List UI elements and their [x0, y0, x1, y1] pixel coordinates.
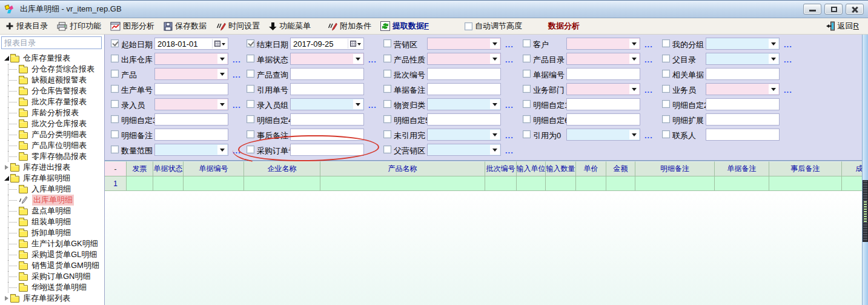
ellipsis-more-link[interactable]: ...: [233, 101, 241, 110]
tree-item[interactable]: 销售退货单GM明细: [0, 260, 104, 271]
filter-checkbox[interactable]: [111, 100, 119, 108]
date-input[interactable]: 2018-01-01: [154, 38, 228, 50]
filter-checkbox[interactable]: [247, 130, 254, 138]
filter-input[interactable]: [427, 83, 501, 95]
filter-checkbox[interactable]: [383, 115, 391, 123]
filter-checkbox[interactable]: [247, 39, 254, 47]
filter-checkbox[interactable]: [662, 115, 670, 123]
table-cell[interactable]: [153, 176, 184, 191]
tree-item[interactable]: 仓库存量报表: [0, 53, 104, 64]
column-header[interactable]: 单据备注: [715, 161, 769, 176]
tree-item[interactable]: 盘点单明细: [0, 206, 104, 216]
filter-checkbox[interactable]: [662, 39, 670, 47]
filter-checkbox[interactable]: [247, 115, 254, 123]
ellipsis-more-link[interactable]: ...: [505, 131, 514, 140]
filter-checkbox[interactable]: [523, 100, 531, 108]
filter-checkbox[interactable]: [111, 85, 119, 93]
filter-checkbox[interactable]: [111, 130, 119, 138]
ellipsis-more-link[interactable]: ...: [505, 55, 514, 64]
filter-checkbox[interactable]: [383, 146, 391, 153]
tree-item[interactable]: 批次库存量报表: [0, 96, 104, 107]
tree-item[interactable]: 库存单据明细: [0, 173, 104, 184]
ellipsis-more-link[interactable]: ...: [644, 55, 653, 64]
dropdown-button[interactable]: [490, 39, 500, 49]
filter-input[interactable]: [290, 68, 364, 80]
ellipsis-more-link[interactable]: ...: [784, 40, 792, 49]
filter-checkbox[interactable]: [247, 70, 254, 78]
tree-item[interactable]: 采购订单GN明细: [0, 271, 104, 282]
toolbar-button-extract-data[interactable]: 提取数据F: [380, 21, 429, 32]
filter-input[interactable]: [427, 68, 501, 80]
filter-checkbox[interactable]: [383, 130, 391, 138]
tree-item[interactable]: 采购退货单GL明细: [0, 249, 104, 260]
scrollbar-thumb[interactable]: [863, 180, 868, 242]
filter-input[interactable]: [706, 68, 780, 80]
toolbar-button-return[interactable]: 返回R: [826, 21, 859, 32]
column-header[interactable]: 发票: [127, 161, 153, 176]
filter-checkbox[interactable]: [383, 70, 391, 78]
maximize-button[interactable]: [824, 4, 843, 15]
filter-checkbox[interactable]: [662, 130, 670, 138]
tree-item[interactable]: 分仓库告警报表: [0, 85, 104, 96]
ellipsis-more-link[interactable]: ...: [368, 101, 377, 110]
filter-checkbox[interactable]: [247, 55, 254, 62]
filter-input[interactable]: [290, 113, 364, 126]
tree-item[interactable]: 生产计划单GK明细: [0, 238, 104, 249]
tree-item[interactable]: 出库单明细: [0, 195, 104, 206]
ellipsis-more-link[interactable]: ...: [784, 85, 792, 95]
filter-input[interactable]: [290, 144, 364, 156]
date-picker-button[interactable]: [212, 39, 227, 49]
dropdown-button[interactable]: [629, 39, 639, 49]
filter-checkbox[interactable]: [523, 130, 531, 138]
filter-checkbox[interactable]: [523, 39, 531, 47]
dropdown-button[interactable]: [629, 84, 639, 94]
table-cell[interactable]: [842, 176, 862, 191]
dropdown-button[interactable]: [769, 54, 778, 64]
tree-item[interactable]: 分仓存货综合报表: [0, 64, 104, 75]
filter-checkbox[interactable]: [523, 85, 531, 93]
filter-checkbox[interactable]: [523, 115, 531, 123]
dropdown-button[interactable]: [217, 54, 227, 64]
filter-combo[interactable]: [154, 98, 228, 110]
filter-checkbox[interactable]: [662, 85, 670, 93]
table-cell[interactable]: [320, 176, 485, 191]
minimize-button[interactable]: [803, 4, 821, 15]
date-input[interactable]: 2017-09-25: [290, 38, 364, 50]
filter-combo[interactable]: [427, 38, 501, 50]
table-cell[interactable]: [546, 176, 576, 191]
filter-checkbox[interactable]: [247, 100, 254, 108]
filter-checkbox[interactable]: [523, 70, 531, 78]
filter-checkbox[interactable]: [523, 55, 531, 62]
dropdown-button[interactable]: [629, 130, 639, 139]
filter-input[interactable]: [290, 129, 364, 141]
dropdown-button[interactable]: [629, 54, 639, 64]
filter-checkbox[interactable]: [662, 55, 670, 62]
filter-checkbox[interactable]: [662, 100, 670, 108]
filter-combo[interactable]: [154, 53, 228, 65]
column-header[interactable]: 输入数量: [546, 161, 576, 176]
filter-checkbox[interactable]: [111, 39, 119, 47]
dropdown-button[interactable]: [769, 39, 778, 49]
table-cell[interactable]: [184, 176, 244, 191]
tree-item[interactable]: 产品库位明细表: [0, 140, 104, 151]
filter-checkbox[interactable]: [247, 85, 254, 93]
dropdown-button[interactable]: [490, 130, 500, 139]
tree-item[interactable]: 入库单明细: [0, 184, 104, 195]
tree-item[interactable]: 批次分仓库报表: [0, 118, 104, 129]
filter-combo[interactable]: [427, 129, 501, 141]
tree-item[interactable]: 库存进出报表: [0, 162, 104, 173]
filter-input[interactable]: [706, 129, 780, 141]
filter-combo[interactable]: [566, 83, 640, 95]
ellipsis-more-link[interactable]: ...: [505, 146, 514, 155]
filter-combo[interactable]: [154, 68, 228, 80]
tree-collapsed-icon[interactable]: [2, 165, 10, 170]
filter-input[interactable]: [427, 113, 501, 126]
dropdown-button[interactable]: [217, 145, 227, 155]
table-cell[interactable]: [485, 176, 517, 191]
filter-combo[interactable]: [427, 53, 501, 65]
tree-item[interactable]: 库龄分析报表: [0, 107, 104, 118]
column-header[interactable]: 企业名称: [244, 161, 320, 176]
tree-item[interactable]: 华翊送货单明细: [0, 282, 104, 293]
tree-item[interactable]: 零库存物品报表: [0, 151, 104, 162]
toolbar-button-function-menu[interactable]: 功能菜单: [269, 21, 311, 32]
